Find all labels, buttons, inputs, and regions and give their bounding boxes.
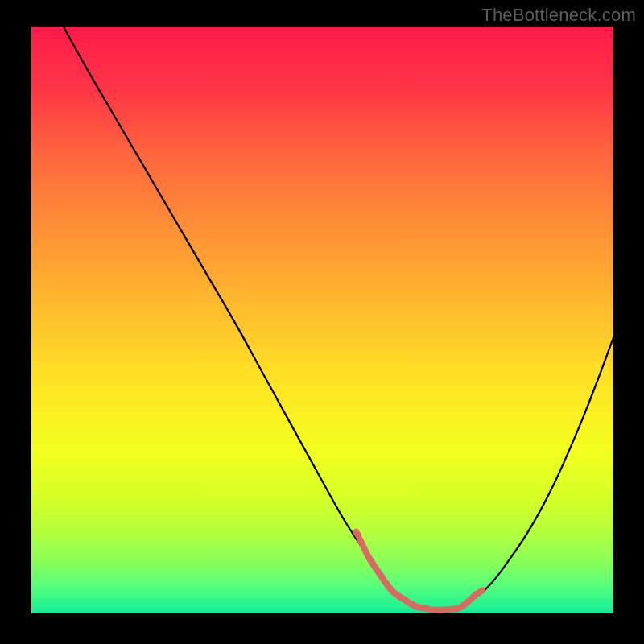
chart-plot-area [31, 27, 613, 613]
watermark-text: TheBottleneck.com [481, 5, 636, 26]
chart-frame: TheBottleneck.com [0, 0, 644, 644]
series-accent-dot [356, 532, 358, 536]
gradient-background [31, 27, 613, 613]
chart-svg [31, 27, 613, 613]
